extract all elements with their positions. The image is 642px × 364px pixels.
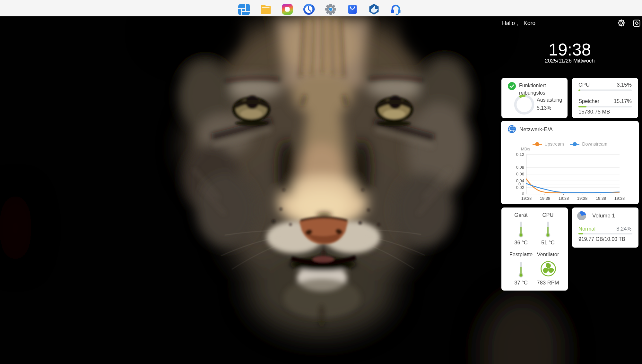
svg-text:0.12: 0.12 [516, 152, 524, 157]
svg-text:19:38: 19:38 [577, 196, 588, 201]
svg-text:19:38: 19:38 [559, 196, 569, 201]
svg-text:0: 0 [522, 191, 524, 196]
svg-text:19:38: 19:38 [614, 196, 625, 201]
svg-text:0.02: 0.02 [516, 185, 524, 190]
svg-text:19:38: 19:38 [521, 196, 532, 201]
svg-text:19:38: 19:38 [596, 196, 606, 201]
svg-text:0.08: 0.08 [516, 165, 524, 170]
svg-text:0.06: 0.06 [516, 172, 524, 176]
svg-text:19:38: 19:38 [540, 196, 551, 201]
